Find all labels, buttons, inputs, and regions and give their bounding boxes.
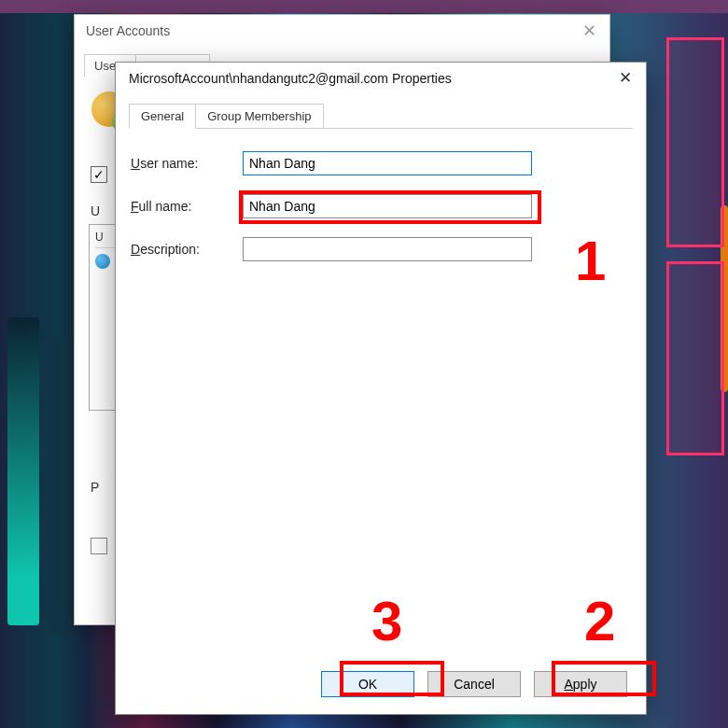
label-fullname: Full name: [131, 199, 243, 214]
cancel-label: Cancel [454, 677, 495, 692]
tab-group-membership[interactable]: Group Membership [196, 104, 323, 129]
checkbox[interactable]: ✓ [91, 166, 107, 183]
ok-label: OK [358, 677, 377, 692]
dialog-title: MicrosoftAccount\nhandangutc2@gmail.com … [129, 71, 452, 86]
tab-general[interactable]: General [129, 104, 196, 129]
avatar-icon [95, 254, 110, 269]
bg-neon-frame [666, 37, 724, 247]
checkbox[interactable] [91, 538, 107, 554]
fullname-field[interactable] [243, 194, 532, 218]
label-p: P [91, 480, 99, 495]
ok-button[interactable]: OK [321, 671, 414, 697]
dialog-titlebar: MicrosoftAccount\nhandangutc2@gmail.com … [116, 63, 646, 94]
cancel-button[interactable]: Cancel [427, 671, 521, 697]
button-row: OK Cancel Apply [321, 671, 627, 697]
bg-stripe [0, 0, 728, 13]
dialog-title: User Accounts [86, 23, 170, 38]
dialog-titlebar: User Accounts ✕ [75, 15, 609, 47]
close-icon[interactable]: ✕ [605, 63, 646, 93]
properties-dialog: MicrosoftAccount\nhandangutc2@gmail.com … [115, 62, 647, 715]
bg-neon-bar [7, 317, 39, 625]
description-field[interactable] [243, 237, 532, 261]
label-users: U [91, 203, 100, 218]
username-field[interactable] [243, 151, 532, 175]
check-mark-icon: ✓ [93, 167, 105, 182]
apply-label: pply [573, 677, 597, 692]
label-username: User name: [131, 156, 243, 171]
form-panel: User name: Full name: Description: [116, 129, 646, 295]
tab-strip: General Group Membership [129, 104, 633, 129]
bg-neon-bar [43, 336, 69, 635]
bg-neon-frame [666, 261, 724, 455]
apply-button[interactable]: Apply [534, 671, 627, 697]
close-icon[interactable]: ✕ [568, 16, 609, 46]
label-description: Description: [131, 242, 243, 257]
apply-mnemonic: A [564, 677, 572, 692]
